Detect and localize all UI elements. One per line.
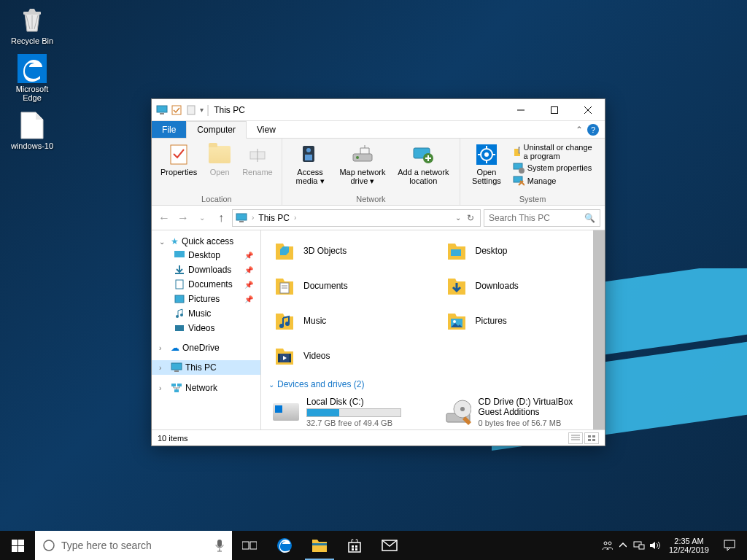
tree-network[interactable]: ›Network <box>152 381 260 395</box>
addr-dropdown-icon[interactable]: ⌄ <box>455 214 461 222</box>
tree-music[interactable]: Music <box>152 306 260 321</box>
forward-button[interactable]: → <box>175 210 191 226</box>
tray-volume-icon[interactable] <box>647 531 663 560</box>
ribbon-open[interactable]: Open <box>201 140 238 193</box>
this-pc-icon <box>156 104 168 116</box>
status-bar: 10 items <box>152 429 605 446</box>
tree-desktop[interactable]: Desktop📌 <box>152 248 260 262</box>
desktop-icon-edge[interactable]: Microsoft Edge <box>6 52 58 104</box>
svg-rect-47 <box>171 384 176 386</box>
cortana-icon <box>42 539 55 552</box>
minimize-button[interactable] <box>504 99 538 120</box>
folder-item[interactable]: Videos <box>268 340 426 372</box>
tab-view[interactable]: View <box>247 121 286 138</box>
ribbon-properties[interactable]: Properties <box>156 140 201 193</box>
ribbon-system-properties[interactable]: System properties <box>513 162 596 174</box>
svg-rect-77 <box>592 435 595 438</box>
desktop-icon-file[interactable]: windows-10 <box>6 109 58 152</box>
folder-item[interactable]: Documents <box>268 270 426 302</box>
close-button[interactable] <box>571 99 605 120</box>
svg-rect-91 <box>349 542 360 552</box>
svg-rect-38 <box>174 251 185 257</box>
search-input[interactable]: Search This PC 🔍 <box>484 209 600 227</box>
start-button[interactable] <box>0 531 35 560</box>
devices-header[interactable]: ⌄Devices and drives (2) <box>268 379 597 389</box>
open-icon <box>208 143 231 166</box>
titlebar[interactable]: ▾ | This PC <box>152 99 605 121</box>
ribbon-rename[interactable]: Rename <box>238 140 277 193</box>
taskbar-store[interactable] <box>337 531 372 560</box>
navigation-pane[interactable]: ⌄★Quick access Desktop📌 Downloads📌 Docum… <box>152 230 261 429</box>
tray-notifications-icon[interactable] <box>715 531 744 560</box>
folder-item[interactable]: Pictures <box>441 305 598 337</box>
drive-local-disk[interactable]: Local Disk (C:) 32.7 GB free of 49.4 GB <box>268 394 426 429</box>
content-pane[interactable]: 3D ObjectsDesktopDocumentsDownloadsMusic… <box>261 230 605 429</box>
recent-dropdown[interactable]: ⌄ <box>194 210 210 226</box>
svg-rect-3 <box>601 268 747 355</box>
tree-downloads[interactable]: Downloads📌 <box>152 262 260 277</box>
svg-point-70 <box>460 407 465 411</box>
manage-icon <box>513 175 525 187</box>
view-details-icon[interactable] <box>568 432 583 444</box>
folder-item[interactable]: Desktop <box>441 235 598 267</box>
ribbon-map-drive[interactable]: Map network drive ▾ <box>333 140 391 193</box>
qat-item-icon[interactable] <box>185 104 197 116</box>
svg-rect-85 <box>217 540 222 547</box>
tray-clock[interactable]: 2:35 AM 12/24/2019 <box>663 537 715 554</box>
folder-icon <box>271 238 298 264</box>
folder-item[interactable]: 3D Objects <box>268 235 426 267</box>
map-drive-icon <box>351 143 374 166</box>
tray-people-icon[interactable] <box>599 531 615 560</box>
taskbar-explorer[interactable] <box>302 531 337 560</box>
tray-network-icon[interactable] <box>631 531 647 560</box>
address-bar[interactable]: › This PC › ⌄ ↻ <box>232 209 481 227</box>
view-large-icon[interactable] <box>584 432 599 444</box>
tab-file[interactable]: File <box>152 121 186 138</box>
help-icon[interactable]: ? <box>587 124 599 136</box>
taskbar-edge[interactable] <box>267 531 302 560</box>
svg-rect-92 <box>352 545 354 548</box>
qat-icons: ▾ | <box>156 104 209 117</box>
ribbon-open-settings[interactable]: Open Settings <box>465 140 508 193</box>
breadcrumb[interactable]: This PC <box>258 213 290 223</box>
svg-rect-11 <box>551 106 558 113</box>
svg-rect-95 <box>355 548 357 551</box>
tree-pictures[interactable]: Pictures📌 <box>152 292 260 306</box>
back-button[interactable]: ← <box>156 210 172 226</box>
svg-rect-81 <box>18 540 24 545</box>
qat-item-icon[interactable] <box>171 104 182 116</box>
up-button[interactable]: ↑ <box>213 210 229 226</box>
folder-label: Downloads <box>476 281 519 291</box>
folder-item[interactable]: Music <box>268 305 426 337</box>
taskbar-search[interactable]: Type here to search <box>35 531 232 560</box>
ribbon-access-media[interactable]: Access media ▾ <box>287 140 334 193</box>
tree-quick-access[interactable]: ⌄★Quick access <box>152 235 260 248</box>
tab-computer[interactable]: Computer <box>186 121 247 139</box>
recycle-bin-icon <box>18 6 47 35</box>
desktop-icon-recycle-bin[interactable]: Recycle Bin <box>6 4 58 47</box>
svg-rect-8 <box>172 106 181 114</box>
tree-this-pc[interactable]: ›This PC <box>152 360 260 375</box>
svg-rect-87 <box>250 542 257 549</box>
maximize-button[interactable] <box>538 99 571 120</box>
taskbar-mail[interactable] <box>372 531 407 560</box>
tree-documents[interactable]: Documents📌 <box>152 277 260 292</box>
documents-icon <box>174 279 185 290</box>
drive-cd[interactable]: CD Drive (D:) VirtualBox Guest Additions… <box>441 394 598 429</box>
tree-onedrive[interactable]: ›☁OneDrive <box>152 341 260 354</box>
svg-rect-67 <box>289 354 291 362</box>
ribbon-add-location[interactable]: Add a network location <box>392 140 456 193</box>
tray-overflow-icon[interactable] <box>615 531 631 560</box>
refresh-icon[interactable]: ↻ <box>467 213 474 223</box>
tree-videos[interactable]: Videos <box>152 321 260 335</box>
nav-bar: ← → ⌄ ↑ › This PC › ⌄ ↻ Search This PC 🔍 <box>152 206 605 230</box>
folder-item[interactable]: Downloads <box>441 270 598 302</box>
scrollbar[interactable] <box>593 230 605 429</box>
mic-icon[interactable] <box>214 539 225 552</box>
downloads-icon <box>174 264 185 276</box>
svg-rect-80 <box>12 540 18 545</box>
task-view-button[interactable] <box>232 531 267 560</box>
ribbon-uninstall[interactable]: Uninstall or change a program <box>513 143 596 160</box>
collapse-ribbon-icon[interactable]: ⌃ <box>576 125 583 135</box>
ribbon-manage[interactable]: Manage <box>513 175 596 187</box>
